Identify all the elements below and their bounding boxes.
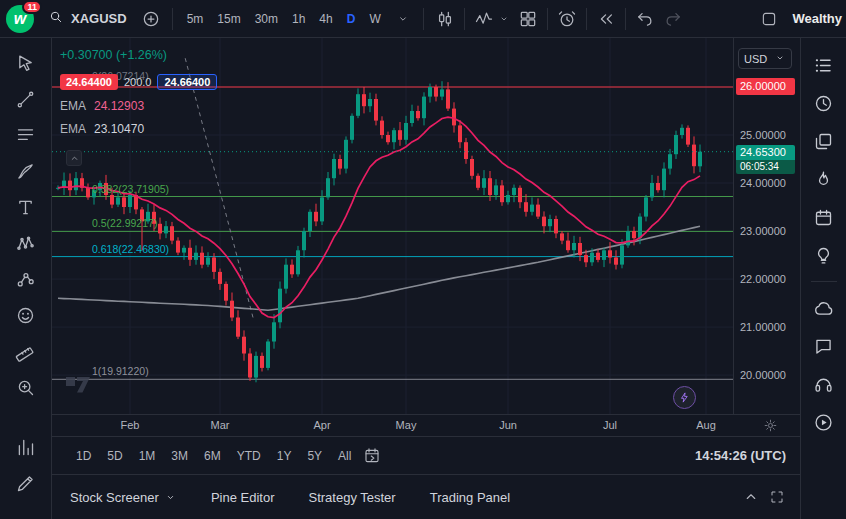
fib-level-label: 0.618(22.46830) — [92, 243, 169, 255]
timeframe-menu-button[interactable] — [390, 5, 416, 33]
timeframe-W[interactable]: W — [362, 6, 387, 32]
undo-button[interactable] — [631, 5, 659, 33]
range-3m[interactable]: 3M — [163, 445, 196, 467]
axis-settings-gear[interactable] — [763, 418, 778, 436]
tab-stock-screener[interactable]: Stock Screener — [70, 486, 177, 509]
bottom-panel: Stock ScreenerPine EditorStrategy Tester… — [52, 474, 800, 519]
save-layout-checkbox[interactable] — [756, 5, 782, 33]
watchlist-panel-button[interactable] — [808, 50, 840, 80]
lightning-icon — [678, 391, 691, 404]
range-1m[interactable]: 1M — [131, 445, 164, 467]
timeframe-5m[interactable]: 5m — [180, 6, 211, 32]
last-price-label[interactable]: 24.6530006:05:34 — [736, 145, 795, 174]
month-label-apr[interactable]: Apr — [305, 419, 339, 431]
redo-icon — [663, 9, 683, 29]
go-to-date-button[interactable] — [359, 442, 385, 470]
search-icon — [48, 9, 64, 25]
month-label-feb[interactable]: Feb — [113, 419, 147, 431]
fib-level-label: 0.5(22.99217) — [92, 217, 157, 229]
headset-icon — [813, 374, 834, 395]
support-panel-button[interactable] — [808, 369, 840, 399]
legend-collapse-button[interactable] — [66, 150, 82, 166]
tutorials-panel-button[interactable] — [808, 407, 840, 437]
month-label-aug[interactable]: Aug — [689, 419, 723, 431]
timeframe-4h[interactable]: 4h — [312, 6, 339, 32]
panel-maximize-button[interactable] — [764, 483, 790, 511]
multichart-layout-button[interactable] — [514, 5, 542, 33]
timeframe-1h[interactable]: 1h — [285, 6, 312, 32]
currency-selector[interactable]: USD — [738, 48, 792, 69]
pulse-icon — [474, 9, 494, 29]
emoji-tool[interactable] — [9, 300, 43, 330]
range-ytd[interactable]: YTD — [229, 445, 269, 467]
fib-level-label: 1(19.91220) — [92, 365, 149, 377]
range-5d[interactable]: 5D — [99, 445, 130, 467]
indicators-button[interactable] — [470, 5, 514, 33]
expand-icon — [769, 489, 785, 505]
range-toolbar: 1D5D1M3M6MYTD1Y5YAll 14:54:26 (UTC) — [52, 436, 800, 474]
cursor-icon — [15, 53, 36, 74]
buy-button[interactable]: 24.66400 — [157, 74, 217, 90]
trend-line-tool[interactable] — [9, 84, 43, 114]
tab-strategy-tester[interactable]: Strategy Tester — [308, 486, 395, 509]
hotlists-panel-button[interactable] — [808, 164, 840, 194]
calendar-panel-button[interactable] — [808, 202, 840, 232]
tab-pine-editor[interactable]: Pine Editor — [211, 486, 275, 509]
public-chats-panel-button[interactable] — [808, 293, 840, 323]
chart-area[interactable]: 0(26.07214)0.382(23.71905)0.5(22.99217)0… — [52, 38, 800, 414]
news-panel-button[interactable] — [808, 126, 840, 156]
time-axis[interactable]: FebMarAprMayJunJulAug — [52, 414, 800, 436]
drawing-edit-tool[interactable] — [9, 468, 43, 498]
tab-trading-panel[interactable]: Trading Panel — [430, 486, 510, 509]
range-1d[interactable]: 1D — [68, 445, 99, 467]
alerts-panel-button[interactable] — [808, 88, 840, 118]
price-axis[interactable]: USD 26.0000025.0000024.0000023.0000022.0… — [733, 38, 800, 414]
range-5y[interactable]: 5Y — [299, 445, 330, 467]
undo-icon — [635, 9, 655, 29]
timeframe-D[interactable]: D — [340, 6, 363, 32]
sell-button[interactable]: 24.64400 — [60, 74, 118, 90]
bar-replay-button[interactable] — [592, 5, 620, 33]
month-label-jun[interactable]: Jun — [491, 419, 525, 431]
symbol-search-button[interactable]: XAGUSD — [40, 5, 135, 33]
list-icon — [813, 55, 834, 76]
bars-pattern-tool[interactable] — [9, 432, 43, 462]
panel-collapse-button[interactable] — [738, 483, 764, 511]
timeframe-15m[interactable]: 15m — [210, 6, 247, 32]
plus-icon — [141, 9, 161, 29]
private-chat-panel-button[interactable] — [808, 331, 840, 361]
drawing-toolbar — [0, 38, 52, 519]
redo-button[interactable] — [659, 5, 687, 33]
brush-tool[interactable] — [9, 156, 43, 186]
measure-tool[interactable] — [9, 336, 43, 366]
month-label-may[interactable]: May — [389, 419, 423, 431]
forecast-tool[interactable] — [9, 264, 43, 294]
app-logo[interactable]: w 11 — [6, 4, 38, 34]
chart-type-button[interactable] — [431, 5, 459, 33]
stack-icon — [813, 131, 834, 152]
range-1y[interactable]: 1Y — [269, 445, 300, 467]
divider — [586, 8, 587, 30]
range-all[interactable]: All — [330, 445, 359, 467]
fib-retracement-tool[interactable] — [9, 120, 43, 150]
ruler-icon — [15, 341, 36, 362]
create-alert-button[interactable] — [553, 5, 581, 33]
range-6m[interactable]: 6M — [196, 445, 229, 467]
cursor-tool[interactable] — [9, 48, 43, 78]
price-label: 20.00000 — [740, 368, 786, 382]
ideas-panel-button[interactable] — [808, 240, 840, 270]
text-tool[interactable] — [9, 192, 43, 222]
pattern-tool[interactable] — [9, 228, 43, 258]
alert-price-label[interactable]: 26.00000 — [736, 78, 795, 95]
add-symbol-button[interactable] — [137, 5, 165, 33]
indicator-legend-row[interactable]: EMA23.10470 — [60, 122, 217, 136]
month-label-mar[interactable]: Mar — [203, 419, 237, 431]
caret-icon — [396, 12, 410, 26]
clock[interactable]: 14:54:26 (UTC) — [695, 448, 786, 463]
month-label-jul[interactable]: Jul — [593, 419, 627, 431]
indicator-legend-row[interactable]: EMA24.12903 — [60, 99, 217, 113]
zoom-in-tool[interactable] — [9, 372, 43, 402]
timeframe-30m[interactable]: 30m — [248, 6, 285, 32]
divider — [464, 8, 465, 30]
quick-action-fab[interactable] — [673, 386, 696, 409]
